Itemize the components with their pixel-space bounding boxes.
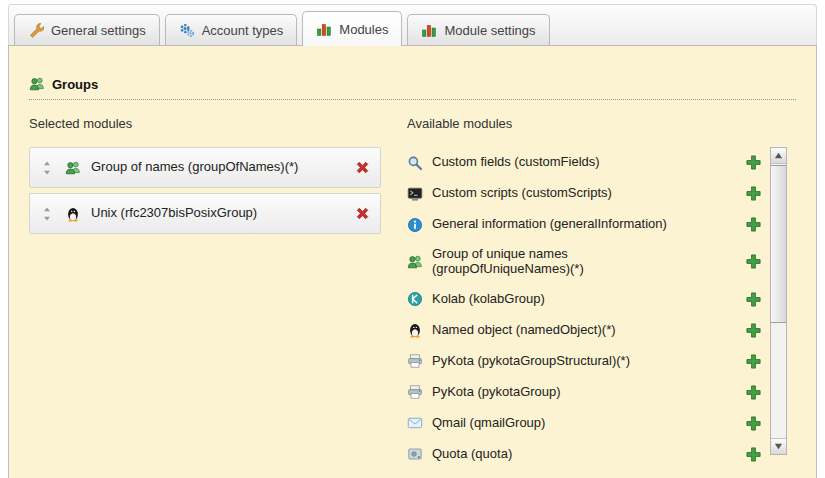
selected-modules-heading: Selected modules xyxy=(29,116,381,131)
selected-modules-list: Group of names (groupOfNames)(*)Unix (rf… xyxy=(29,147,381,234)
available-modules-scrollbar[interactable] xyxy=(770,147,787,455)
scroll-down-button[interactable] xyxy=(771,438,786,454)
printer-icon xyxy=(407,384,423,400)
modules-columns: Selected modules Group of names (groupOf… xyxy=(29,116,796,470)
available-module-label: Kolab (kolabGroup) xyxy=(432,292,736,307)
available-module-row: Quota (quota) xyxy=(407,439,762,470)
scroll-up-button[interactable] xyxy=(771,148,786,164)
tab-label: Module settings xyxy=(444,23,535,38)
wrench-icon xyxy=(28,22,44,38)
section-title: Groups xyxy=(29,76,796,100)
mail-icon xyxy=(407,415,423,431)
add-module-button[interactable] xyxy=(745,154,762,171)
available-module-label: PyKota (pykotaGroup) xyxy=(432,385,736,400)
modules-panel: Groups Selected modules Group of names (… xyxy=(8,45,817,478)
available-module-row: Group of unique names (groupOfUniqueName… xyxy=(407,240,762,284)
available-modules-wrap: Custom fields (customFields)Custom scrip… xyxy=(407,147,787,470)
triangle-down-icon xyxy=(774,442,783,451)
lam-configuration-page: General settingsAccount typesModulesModu… xyxy=(0,0,825,478)
drag-handle-icon[interactable] xyxy=(39,160,55,176)
available-module-row: Qmail (qmailGroup) xyxy=(407,408,762,439)
add-module-button[interactable] xyxy=(745,216,762,233)
tab-label: Modules xyxy=(339,22,388,37)
available-module-row: General information (generalInformation) xyxy=(407,209,762,240)
selected-module-row: Unix (rfc2307bisPosixGroup) xyxy=(29,193,381,234)
available-modules-list: Custom fields (customFields)Custom scrip… xyxy=(407,147,762,470)
available-module-label: Quota (quota) xyxy=(432,447,736,462)
tab-bar: General settingsAccount typesModulesModu… xyxy=(8,4,817,45)
groups-icon xyxy=(65,160,81,176)
available-module-row: PyKota (pykotaGroup) xyxy=(407,377,762,408)
chart-icon xyxy=(421,22,437,38)
add-module-button[interactable] xyxy=(745,253,762,270)
available-module-row: Custom scripts (customScripts) xyxy=(407,178,762,209)
tux-icon xyxy=(65,206,81,222)
section-title-label: Groups xyxy=(52,77,98,92)
available-module-row: Named object (namedObject)(*) xyxy=(407,315,762,346)
groups-icon xyxy=(407,254,423,270)
drag-handle-icon[interactable] xyxy=(39,206,55,222)
available-module-label: PyKota (pykotaGroupStructural)(*) xyxy=(432,354,736,369)
available-modules-column: Available modules Custom fields (customF… xyxy=(407,116,787,470)
available-module-label: Named object (namedObject)(*) xyxy=(432,323,736,338)
available-module-row: PyKota (pykotaGroupStructural)(*) xyxy=(407,346,762,377)
magnifier-icon xyxy=(407,155,423,171)
selected-module-label: Unix (rfc2307bisPosixGroup) xyxy=(91,206,344,221)
selected-module-row: Group of names (groupOfNames)(*) xyxy=(29,147,381,188)
gears-icon xyxy=(179,22,195,38)
available-module-label: Custom fields (customFields) xyxy=(432,155,736,170)
available-module-label: Group of unique names (groupOfUniqueName… xyxy=(432,247,736,277)
kolab-icon xyxy=(407,291,423,307)
info-icon xyxy=(407,217,423,233)
tab-label: General settings xyxy=(51,23,146,38)
tab-modules[interactable]: Modules xyxy=(302,11,402,46)
available-module-label: Custom scripts (customScripts) xyxy=(432,186,736,201)
terminal-icon xyxy=(407,186,423,202)
available-module-row: Kolab (kolabGroup) xyxy=(407,284,762,315)
add-module-button[interactable] xyxy=(745,353,762,370)
add-module-button[interactable] xyxy=(745,185,762,202)
add-module-button[interactable] xyxy=(745,384,762,401)
add-module-button[interactable] xyxy=(745,415,762,432)
available-module-label: General information (generalInformation) xyxy=(432,217,736,232)
available-modules-heading: Available modules xyxy=(407,116,787,131)
available-module-row: Custom fields (customFields) xyxy=(407,147,762,178)
tux-icon xyxy=(407,322,423,338)
triangle-up-icon xyxy=(774,151,783,160)
add-module-button[interactable] xyxy=(745,446,762,463)
add-module-button[interactable] xyxy=(745,291,762,308)
chart-icon xyxy=(316,21,332,37)
disk-icon xyxy=(407,446,423,462)
add-module-button[interactable] xyxy=(745,322,762,339)
scrollbar-thumb[interactable] xyxy=(771,165,786,323)
tab-label: Account types xyxy=(202,23,284,38)
selected-module-label: Group of names (groupOfNames)(*) xyxy=(91,160,344,175)
available-module-label: Qmail (qmailGroup) xyxy=(432,416,736,431)
remove-module-button[interactable] xyxy=(354,159,371,176)
tab-module-settings[interactable]: Module settings xyxy=(407,14,549,45)
groups-icon xyxy=(29,76,45,92)
tab-general-settings[interactable]: General settings xyxy=(14,14,160,45)
remove-module-button[interactable] xyxy=(354,205,371,222)
tab-account-types[interactable]: Account types xyxy=(165,14,298,45)
printer-icon xyxy=(407,353,423,369)
selected-modules-column: Selected modules Group of names (groupOf… xyxy=(29,116,381,470)
